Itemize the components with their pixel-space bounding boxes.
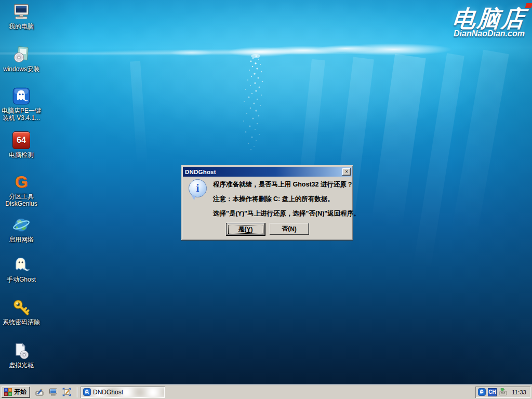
- dialog-message-line1: 程序准备就绪，是否马上用 Ghost32 进行还原？: [213, 179, 349, 193]
- blue-ghost-app-icon: [11, 86, 31, 106]
- blue-ghost-app-icon: [83, 388, 91, 396]
- dialog-buttons: 是(Y) 否(N): [181, 223, 353, 236]
- yes-label-pre: 是(: [238, 225, 246, 234]
- desktop-screen: 电脑店 DianNaoDian.com 我的电脑: [0, 0, 532, 399]
- start-button[interactable]: 开始: [2, 387, 30, 398]
- badge-64-text: 64: [17, 136, 26, 145]
- desktop-icon-virtual-cdrom[interactable]: 虚拟光驱: [1, 341, 42, 369]
- logo-title: 电脑店: [451, 7, 527, 30]
- yes-label-post: ): [251, 226, 253, 233]
- display-icon[interactable]: [48, 387, 58, 397]
- network-globe-icon: [11, 215, 31, 235]
- info-glyph: i: [196, 182, 200, 195]
- desktop-icon-label: 电脑检测: [1, 151, 42, 158]
- document-cd-icon: [11, 341, 31, 361]
- desktop-icon-label: 电脑店PE一键: [1, 107, 42, 114]
- dndghost-dialog: DNDGhost ✕ i 程序准备就绪，是否马上用 Ghost32 进行还原？ …: [181, 165, 353, 241]
- desktop-icon-pc-check[interactable]: 64 电脑检测: [1, 130, 42, 158]
- gold-key-icon: [11, 298, 31, 317]
- dialog-titlebar[interactable]: DNDGhost ✕: [183, 167, 352, 177]
- desktop-icon-label: 我的电脑: [1, 23, 42, 30]
- taskbar-task-dndghost[interactable]: DNDGhost: [81, 387, 165, 398]
- diannaodian-logo: 电脑店 DianNaoDian.com: [453, 7, 526, 38]
- start-grid-icon: [4, 388, 12, 396]
- logo-flag-mark: [525, 3, 532, 8]
- dialog-message-line3: 选择"是(Y)"马上进行还原，选择"否(N)"返回程序。: [213, 208, 349, 222]
- desktop-icon-label-line2: 装机 V3.4.1...: [1, 114, 42, 122]
- tray-clock[interactable]: 11:33: [512, 389, 526, 395]
- desktop-icon-label: 系统密码清除: [1, 318, 42, 326]
- no-label-post: ): [295, 225, 297, 233]
- close-button[interactable]: ✕: [342, 168, 351, 176]
- dialog-message-line2: 注意：本操作将删除 C: 盘上的所有数据。: [213, 193, 349, 208]
- dialog-message: 程序准备就绪，是否马上用 Ghost32 进行还原？ 注意：本操作将删除 C: …: [213, 179, 349, 222]
- ime-language-badge[interactable]: CH: [488, 388, 497, 396]
- desktop-icon-password-clear[interactable]: 系统密码清除: [1, 298, 42, 326]
- software-box-cd-icon: [11, 45, 31, 64]
- yes-button[interactable]: 是(Y): [226, 223, 265, 236]
- taskbar-separator: [77, 387, 77, 397]
- desktop-icon-diskgenius[interactable]: G 分区工具 DiskGenius: [1, 172, 42, 207]
- no-mnemonic: N: [290, 225, 295, 233]
- desktop-icon-label: 启用网络: [1, 236, 42, 243]
- my-computer-icon: [11, 2, 31, 22]
- desktop-icon-enable-network[interactable]: 启用网络: [1, 215, 42, 243]
- ime-keyboard-icon[interactable]: [499, 388, 508, 396]
- desktop-icon-windows-setup[interactable]: windows安装: [1, 45, 42, 73]
- desktop-icon-label: 手动Ghost: [1, 276, 42, 283]
- desktop-icon-pe-installer[interactable]: 电脑店PE一键 装机 V3.4.1...: [1, 86, 42, 122]
- ghost-tray-icon[interactable]: [478, 388, 486, 396]
- desktop-theme-icon[interactable]: [61, 387, 72, 397]
- g-glyph: G: [15, 173, 28, 191]
- yes-mnemonic: Y: [246, 226, 250, 233]
- desktop-icon-label: 分区工具: [1, 193, 42, 200]
- start-label: 开始: [14, 388, 26, 396]
- system-tray: CH 11:33: [475, 387, 530, 398]
- orange-g-icon: G: [11, 172, 31, 192]
- desktop-icon-label-line2: DiskGenius: [1, 200, 42, 207]
- quick-launch: [32, 387, 74, 397]
- desktop-icon-manual-ghost[interactable]: 手动Ghost: [1, 255, 42, 283]
- desktop-icon-my-computer[interactable]: 我的电脑: [1, 2, 42, 30]
- desktop-icon-label: 虚拟光驱: [1, 362, 42, 369]
- no-button[interactable]: 否(N): [270, 223, 309, 235]
- bubble-stream: [226, 53, 288, 152]
- desktop-icon-label: windows安装: [1, 65, 42, 73]
- red-64-badge-icon: 64: [11, 130, 31, 150]
- task-label: DNDGhost: [93, 389, 123, 396]
- taskbar: 开始: [0, 384, 532, 399]
- close-icon: ✕: [345, 169, 349, 174]
- dialog-title: DNDGhost: [185, 169, 342, 175]
- white-ghost-icon: [11, 255, 31, 275]
- no-label-pre: 否(: [282, 224, 290, 233]
- info-icon: i: [189, 179, 207, 197]
- show-desktop-icon[interactable]: [34, 387, 45, 397]
